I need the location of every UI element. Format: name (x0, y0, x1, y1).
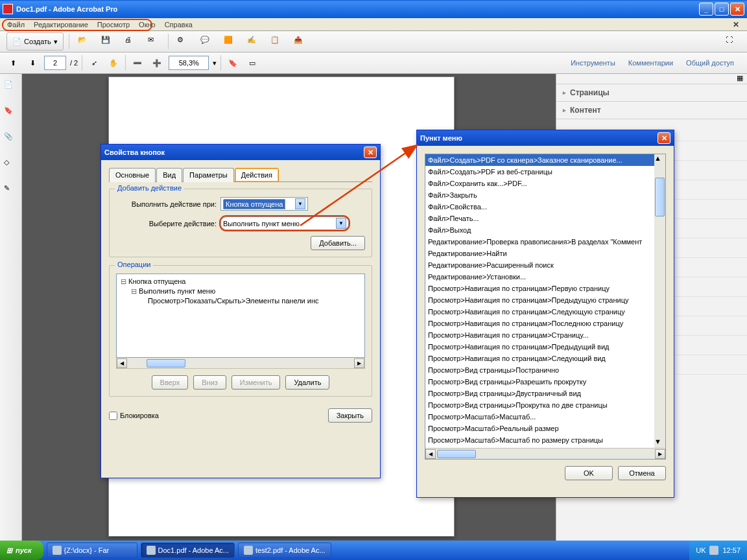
list-hscroll[interactable]: ◀ ▶ (425, 448, 665, 459)
list-item[interactable]: Редактирование>Найти (425, 248, 654, 259)
actions-tree[interactable]: Кнопка отпущена Выполнить пункт меню Про… (116, 274, 365, 358)
list-item[interactable]: Просмотр>Навигация по страницам>Страницу… (425, 329, 654, 341)
list-item[interactable]: Просмотр>Масштаб>Масштаб по размеру стра… (425, 434, 654, 446)
down-button[interactable]: Вниз (193, 375, 226, 390)
tab-general[interactable]: Основные (109, 168, 156, 182)
signatures-icon[interactable]: ✎ (4, 184, 18, 198)
share-link[interactable]: Общий доступ (686, 59, 734, 67)
list-item[interactable]: Файл>Свойства... (425, 201, 654, 213)
hand-tool[interactable]: ✋ (106, 54, 121, 71)
list-item[interactable]: Просмотр>Вид страницы>Двустраничный вид (425, 388, 654, 399)
tools-link[interactable]: Инструменты (571, 59, 615, 67)
content-section[interactable]: Контент (556, 102, 747, 119)
panel-menu-icon[interactable]: ▦ (737, 74, 743, 84)
tree-node[interactable]: Кнопка отпущена (119, 277, 362, 286)
pages-section[interactable]: Страницы (556, 84, 747, 102)
email-button[interactable]: ✉ (145, 33, 163, 50)
scroll-left-icon[interactable]: ◀ (117, 358, 127, 368)
tray-icon[interactable] (709, 546, 718, 555)
scroll-thumb[interactable] (655, 178, 665, 216)
stamp-button[interactable]: 🟧 (220, 33, 239, 50)
minimize-button[interactable]: _ (699, 3, 713, 16)
create-button[interactable]: 📄 Создать ▾ (6, 32, 64, 51)
list-item[interactable]: Файл>Сохранить как...>PDF... (425, 178, 654, 189)
dialog-titlebar[interactable]: Пункт меню ✕ (417, 130, 674, 146)
taskbar-item[interactable]: Doc1.pdf - Adobe Ac... (141, 542, 235, 558)
list-item[interactable]: Файл>Печать... (425, 213, 654, 224)
doc-close-icon[interactable]: ✕ (728, 20, 744, 29)
menu-view[interactable]: Просмотр (93, 19, 134, 30)
list-item[interactable]: Редактирование>Расширенный поиск (425, 259, 654, 271)
comments-link[interactable]: Комментарии (628, 59, 673, 67)
list-item[interactable]: Файл>Выход (425, 224, 654, 236)
list-item[interactable]: Редактирование>Установки... (425, 271, 654, 283)
close-button[interactable]: Закрыть (328, 408, 372, 423)
thumbnails-icon[interactable]: 📄 (4, 80, 18, 95)
scroll-thumb[interactable] (147, 359, 185, 368)
list-item[interactable]: Редактирование>Проверка правописания>В р… (425, 236, 654, 248)
scroll-right-icon[interactable]: ▶ (354, 358, 364, 368)
maximize-button[interactable]: □ (715, 3, 729, 16)
dropdown-arrow-icon[interactable]: ▼ (336, 218, 346, 229)
page-down-button[interactable]: ⬇ (25, 54, 40, 71)
list-item[interactable]: Просмотр>Вид страницы>Постранично (425, 364, 654, 376)
list-item[interactable]: Просмотр>Навигация по страницам>Предыдущ… (425, 294, 654, 306)
taskbar-item[interactable]: {Z:\docx} - Far (47, 542, 137, 558)
list-item[interactable]: Просмотр>Навигация по страницам>Первую с… (425, 283, 654, 294)
layers-icon[interactable]: ◇ (4, 158, 18, 172)
list-item[interactable]: Файл>Создать>PDF со сканера>Заказное ска… (425, 154, 654, 166)
open-button[interactable]: 📂 (75, 33, 93, 50)
taskbar-item[interactable]: test2.pdf - Adobe Ac... (238, 542, 331, 558)
trigger-select[interactable]: Кнопка отпущена ▼ (220, 197, 308, 211)
scroll-right-icon[interactable]: ▶ (655, 449, 665, 459)
scroll-down-icon[interactable]: ▼ (654, 438, 665, 448)
scroll-thumb[interactable] (437, 450, 476, 458)
page-up-button[interactable]: ⬆ (5, 54, 21, 71)
list-item[interactable]: Просмотр>Навигация по страницам>Следующи… (425, 353, 654, 364)
list-item[interactable]: Просмотр>Навигация по страницам>Предыдущ… (425, 341, 654, 353)
clock[interactable]: 12:57 (722, 546, 741, 554)
menu-window[interactable]: Окно (134, 19, 160, 30)
menu-edit[interactable]: Редактирование (29, 19, 93, 30)
fullscreen-button[interactable]: ⛶ (722, 33, 741, 50)
delete-button[interactable]: Удалить (285, 375, 329, 390)
zoom-dropdown-icon[interactable]: ▾ (213, 59, 217, 67)
list-item[interactable]: Просмотр>Масштаб>Масштаб... (425, 411, 654, 423)
lock-checkbox-input[interactable] (109, 412, 117, 420)
menu-items-list[interactable]: Файл>Создать>PDF со сканера>Заказное ска… (425, 154, 666, 460)
list-item[interactable]: Просмотр>Масштаб>Реальный размер (425, 423, 654, 434)
print-button[interactable]: 🖨 (121, 33, 139, 50)
scroll-up-icon[interactable]: ▲ (654, 154, 665, 165)
edit-button[interactable]: Изменить (231, 375, 281, 390)
tab-view[interactable]: Вид (156, 168, 182, 182)
fit-tool[interactable]: ▭ (244, 54, 260, 71)
list-vscroll[interactable]: ▲ ▼ (654, 154, 665, 448)
zoom-out-button[interactable]: ➖ (130, 54, 145, 71)
save-button[interactable]: 💾 (98, 33, 116, 50)
action-select[interactable]: Выполнить пункт меню ▼ (220, 216, 349, 230)
lock-checkbox[interactable]: Блокировка (109, 412, 159, 420)
bookmark-tool[interactable]: 🔖 (225, 54, 241, 71)
zoom-in-button[interactable]: ➕ (149, 54, 165, 71)
tree-node[interactable]: Выполнить пункт меню (119, 286, 362, 296)
zoom-input[interactable] (169, 56, 209, 70)
dialog-close-button[interactable]: ✕ (658, 132, 670, 144)
language-indicator[interactable]: UK (696, 546, 706, 554)
list-item[interactable]: Просмотр>Вид страницы>Разрешить прокрутк… (425, 376, 654, 388)
attachments-icon[interactable]: 📎 (4, 132, 18, 146)
tree-leaf[interactable]: Просмотр>Показать/Скрыть>Элементы панели… (119, 296, 362, 305)
dropdown-arrow-icon[interactable]: ▼ (295, 198, 305, 209)
add-button[interactable]: Добавить... (311, 236, 365, 250)
form-button[interactable]: 📋 (267, 33, 285, 50)
scroll-left-icon[interactable]: ◀ (425, 449, 436, 459)
menu-file[interactable]: Файл (3, 19, 29, 30)
page-input[interactable] (44, 56, 66, 70)
list-item[interactable]: Файл>Создать>PDF из веб-страницы (425, 166, 654, 178)
cancel-button[interactable]: Отмена (618, 466, 666, 480)
list-item[interactable]: Файл>Закрыть (425, 189, 654, 201)
select-tool[interactable]: ➶ (86, 54, 102, 71)
settings-button[interactable]: ⚙ (174, 33, 192, 50)
tab-params[interactable]: Параметры (183, 168, 234, 182)
close-button[interactable]: ✕ (730, 3, 744, 16)
export-button[interactable]: 📤 (290, 33, 309, 50)
